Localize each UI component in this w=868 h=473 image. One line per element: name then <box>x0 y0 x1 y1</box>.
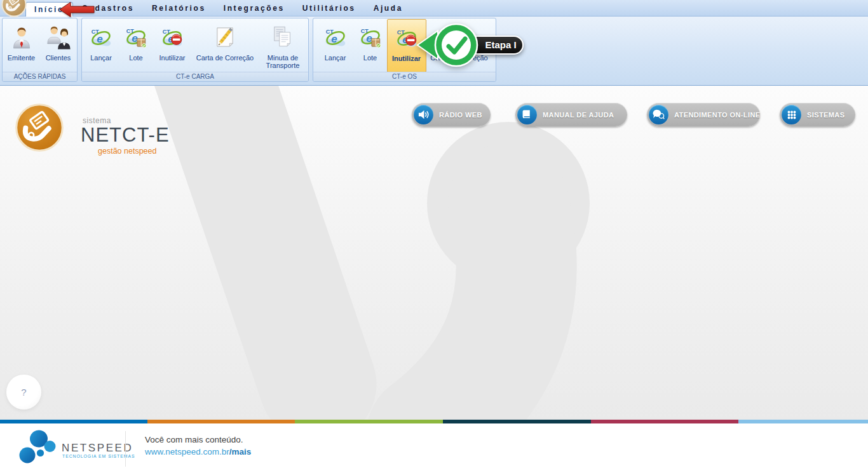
ribbon-button-carga-lancar[interactable]: Lançar <box>83 19 119 72</box>
menu-bar: Início Cadastros Relatórios Integrações … <box>0 0 868 17</box>
quick-link-atendimento-online[interactable]: ATENDIMENTO ON-LINE <box>647 103 760 126</box>
ribbon-button-os-lancar[interactable]: Lançar <box>317 19 354 72</box>
book-icon <box>517 105 537 124</box>
footer-url-base: www.netspeed.com.br <box>145 447 229 456</box>
app-menu-orb-button[interactable] <box>1 0 27 17</box>
application-window: Início Cadastros Relatórios Integrações … <box>0 0 868 473</box>
product-brand: sistema NETCT-E gestão netspeed <box>15 102 219 178</box>
help-bubble-button[interactable]: ? <box>6 375 41 410</box>
tab-ajuda[interactable]: Ajuda <box>365 4 412 13</box>
page-pencil-icon <box>214 21 237 53</box>
cte-package-icon <box>124 21 148 53</box>
footer-slogan: Você com mais conteúdo. <box>145 435 243 444</box>
dots-grid-icon <box>782 105 801 124</box>
brand-tagline: gestão netspeed <box>98 147 156 156</box>
quick-link-sistemas[interactable]: SISTEMAS <box>780 103 855 126</box>
tab-integracoes[interactable]: Integrações <box>215 4 294 13</box>
cte-package-icon <box>358 21 383 53</box>
cte-no-entry-icon <box>395 22 419 53</box>
ribbon-button-emitente[interactable]: Emitente <box>3 19 40 72</box>
ribbon-button-carga-lote[interactable]: Lote <box>119 19 153 72</box>
people-icon <box>46 21 71 53</box>
netspeed-logo-tagline: TECNOLOGIA EM SISTEMAS <box>62 454 135 458</box>
quick-link-manual-de-ajuda[interactable]: MANUAL DE AJUDA <box>515 103 627 126</box>
cte-icon <box>323 21 348 53</box>
documents-icon <box>271 21 294 53</box>
ribbon-button-carga-carta-correcao[interactable]: Carta de Correção <box>192 19 258 72</box>
ribbon-group-acoes-rapidas: Emitente Clientes AÇÕES RÁPIDAS <box>2 18 78 82</box>
tab-relatorios[interactable]: Relatórios <box>143 4 215 13</box>
ribbon-group-label: AÇÕES RÁPIDAS <box>3 72 77 81</box>
ribbon-button-os-lote[interactable]: Lote <box>354 19 387 72</box>
ribbon-button-clientes[interactable]: Clientes <box>40 19 77 72</box>
person-icon <box>10 21 33 53</box>
footer: NETSPEED TECNOLOGIA EM SISTEMAS Você com… <box>0 423 868 473</box>
product-logo-icon <box>15 103 64 152</box>
speaker-icon <box>414 105 433 124</box>
chat-icon <box>649 105 668 124</box>
check-callout-icon <box>416 21 480 69</box>
cte-no-entry-icon <box>160 21 184 53</box>
ribbon-button-minuta-transporte[interactable]: Minuta de Transporte <box>258 19 308 72</box>
ribbon-group-cte-carga: Lançar Lote Inutilizar Carta de Correção… <box>81 18 309 82</box>
pointer-arrow-annotation <box>59 1 95 18</box>
ribbon-group-label: CT-e CARGA <box>82 72 308 81</box>
main-content-area: sistema NETCT-E gestão netspeed RÁDIO WE… <box>0 86 868 420</box>
tab-utilitarios[interactable]: Utilitários <box>294 4 365 13</box>
netspeed-logo-name: NETSPEED <box>62 442 133 455</box>
footer-website-link[interactable]: www.netspeed.com.br/mais <box>145 447 251 456</box>
brand-product-name: NETCT-E <box>81 124 170 147</box>
footer-url-bold: /mais <box>229 447 252 456</box>
ribbon-button-carga-inutilizar[interactable]: Inutilizar <box>153 19 192 72</box>
footer-divider <box>125 431 126 467</box>
quick-link-radio-web[interactable]: RÁDIO WEB <box>412 103 491 126</box>
ribbon-group-label: CT-e OS <box>313 72 496 81</box>
netspeed-logo-icon <box>19 429 58 465</box>
cte-icon <box>89 21 113 53</box>
